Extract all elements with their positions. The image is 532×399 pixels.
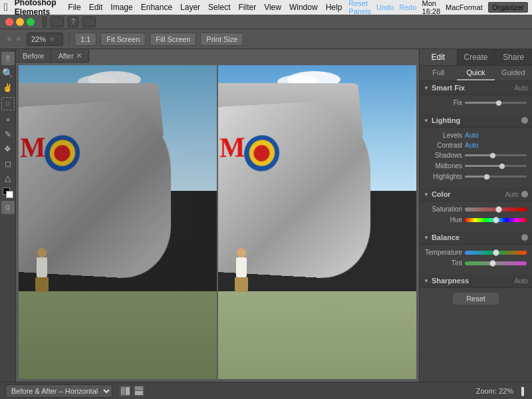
view-select[interactable]: Before & After – Horizontal Before Only … <box>5 384 112 398</box>
minimize-button[interactable] <box>16 18 24 26</box>
after-photo: M <box>218 65 416 379</box>
apple-menu[interactable]:  <box>4 1 8 13</box>
levels-label: Levels <box>425 132 462 139</box>
person-head-after <box>237 248 246 257</box>
menu-window[interactable]: Window <box>289 3 318 12</box>
menu-right: Reset Panels Undo Redo Mon 16:28 MacForm… <box>348 0 528 15</box>
reset-button[interactable]: Reset <box>452 292 499 305</box>
lasso-tool[interactable]: ⚬ <box>1 113 15 126</box>
ground-bg-after <box>218 291 416 379</box>
saturation-slider[interactable] <box>465 207 527 211</box>
menu-select[interactable]: Select <box>208 3 230 12</box>
subtab-full[interactable]: Full <box>420 66 457 80</box>
subtab-guided[interactable]: Guided <box>495 66 532 80</box>
view-icon[interactable] <box>82 17 96 27</box>
menu-image[interactable]: Image <box>110 3 132 12</box>
midtones-slider[interactable] <box>465 165 527 167</box>
help-icon[interactable]: ? <box>68 17 78 27</box>
move-tool[interactable]: ⇧ <box>1 52 15 65</box>
temperature-slider[interactable] <box>465 251 527 255</box>
highlights-slider[interactable] <box>465 176 527 178</box>
highlights-row: Highlights <box>425 173 527 180</box>
letter-m-after: M <box>219 130 245 164</box>
menu-file[interactable]: File <box>68 3 80 12</box>
tint-slider[interactable] <box>465 261 527 265</box>
smart-fix-auto[interactable]: Auto <box>514 84 528 92</box>
organizer-btn[interactable]: Organizer <box>488 2 528 13</box>
toolbar-bottom: ⚬ ⚬ 22% ▼ 1:1 Fit Screen Fill Screen Pri… <box>0 29 532 49</box>
sharpness-auto[interactable]: Auto <box>514 277 528 285</box>
shadows-slider[interactable] <box>465 154 527 156</box>
menu-view[interactable]: View <box>264 3 281 12</box>
zoom-info: Zoom: 22% <box>476 387 513 395</box>
balance-info-icon <box>521 234 528 241</box>
tint-label: Tint <box>425 259 462 267</box>
zoom-display: 22% ▼ <box>27 33 63 46</box>
sharpness-header[interactable]: ▼ Sharpness Auto <box>420 274 532 288</box>
color-header[interactable]: ▼ Color Auto <box>420 188 532 201</box>
menu-enhance[interactable]: Enhance <box>141 3 172 12</box>
before-label-text: Before <box>23 52 44 60</box>
before-after-v-icon[interactable] <box>133 385 145 397</box>
before-after-h-icon[interactable] <box>119 385 131 397</box>
midtones-row: Midtones <box>425 162 527 170</box>
reset-panels-btn[interactable]: Reset Panels <box>348 0 371 15</box>
color-auto[interactable]: Auto <box>505 191 519 198</box>
color-tool[interactable]: △ <box>1 172 15 185</box>
eraser-tool[interactable]: ◻ <box>1 157 15 170</box>
balance-header[interactable]: ▼ Balance <box>420 231 532 245</box>
scroll-handle[interactable]: ▌ <box>521 387 527 395</box>
after-close-icon[interactable]: ✕ <box>76 52 82 59</box>
quick-fix-tool[interactable]: Q <box>1 201 15 214</box>
hue-slider[interactable] <box>465 218 527 222</box>
before-panel-label: Before <box>16 49 51 63</box>
menu-help[interactable]: Help <box>326 3 342 12</box>
menu-filter[interactable]: Filter <box>238 3 256 12</box>
sub-tabs: Full Quick Guided <box>420 66 532 81</box>
redo-btn[interactable]: Redo <box>399 3 416 11</box>
zoom-value-bottom: 22% <box>499 387 513 395</box>
balance-content: Temperature Tint <box>420 245 532 274</box>
maximize-button[interactable] <box>27 18 35 26</box>
fill-screen-button[interactable]: Fill Screen <box>150 33 196 46</box>
print-size-button[interactable]: Print Size <box>200 33 243 46</box>
hand-tool[interactable]: ✌ <box>1 81 15 94</box>
fix-slider[interactable] <box>465 102 527 104</box>
midtones-label: Midtones <box>425 162 462 170</box>
right-panel: Edit Create Share Full Quick Guided ▼ Sm… <box>419 49 532 382</box>
lighting-content: Levels Auto Contrast Auto Shadows Midton… <box>420 128 532 188</box>
clone-tool[interactable]: ❖ <box>1 142 15 156</box>
subtab-quick[interactable]: Quick <box>457 66 494 80</box>
roundel-mid-after <box>249 139 275 166</box>
color-title: Color <box>432 190 505 198</box>
app-name: Photoshop Elements <box>15 0 61 17</box>
eye2-icon: ⚬ <box>15 34 23 45</box>
zoom-tool[interactable]: 🔍 <box>1 66 15 80</box>
levels-auto[interactable]: Auto <box>465 132 479 139</box>
after-photo-panel: M <box>218 65 416 379</box>
edit-tabs: Edit Create Share <box>420 49 532 66</box>
smart-fix-header[interactable]: ▼ Smart Fix Auto <box>420 81 532 95</box>
tab-edit[interactable]: Edit <box>420 49 458 65</box>
menu-layer[interactable]: Layer <box>180 3 200 12</box>
ratio-button[interactable]: 1:1 <box>74 33 96 46</box>
menu-edit[interactable]: Edit <box>89 3 103 12</box>
temperature-row: Temperature <box>425 249 527 256</box>
fg-bg-colors[interactable] <box>3 188 13 198</box>
zoom-value: 22% <box>31 35 46 43</box>
fit-screen-button[interactable]: Fit Screen <box>100 33 146 46</box>
nav-icon[interactable] <box>43 17 47 27</box>
close-button[interactable] <box>5 18 13 26</box>
panels-scroll[interactable]: ▼ Smart Fix Auto Fix ▼ Lighting <box>420 81 532 382</box>
select-tool[interactable]: □ <box>1 97 15 110</box>
hue-row: Hue <box>425 216 527 223</box>
brush-tool[interactable]: ✎ <box>1 128 15 141</box>
lighting-title: Lighting <box>432 116 519 124</box>
tab-share[interactable]: Share <box>495 49 532 65</box>
lighting-header[interactable]: ▼ Lighting <box>420 114 532 128</box>
before-photo-panel: M <box>19 65 217 379</box>
tab-create[interactable]: Create <box>458 49 495 65</box>
grid-icon[interactable] <box>51 17 64 27</box>
undo-btn[interactable]: Undo <box>376 3 394 11</box>
contrast-auto[interactable]: Auto <box>465 142 479 149</box>
